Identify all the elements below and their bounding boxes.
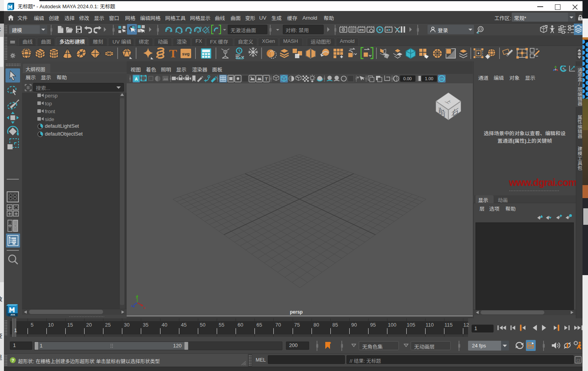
svg-text:IPR: IPR	[359, 29, 364, 31]
svg-text:z: z	[131, 304, 133, 308]
svg-text:{;}: {;}	[577, 358, 580, 362]
svg-text:0,0,0: 0,0,0	[236, 56, 244, 60]
svg-text:ON: ON	[440, 77, 444, 80]
svg-text:?: ?	[11, 358, 14, 363]
svg-text:y: y	[136, 295, 138, 299]
svg-text:svg: svg	[182, 51, 190, 56]
svg-text:x: x	[144, 306, 146, 310]
svg-text:A: A	[135, 77, 138, 81]
svg-text:AYA: AYA	[11, 314, 15, 316]
svg-text:T: T	[265, 77, 268, 81]
svg-text:0.00: 0.00	[403, 76, 411, 81]
svg-text:1.00: 1.00	[425, 76, 433, 81]
svg-text:T: T	[169, 48, 177, 59]
svg-text:x: x	[477, 31, 479, 34]
